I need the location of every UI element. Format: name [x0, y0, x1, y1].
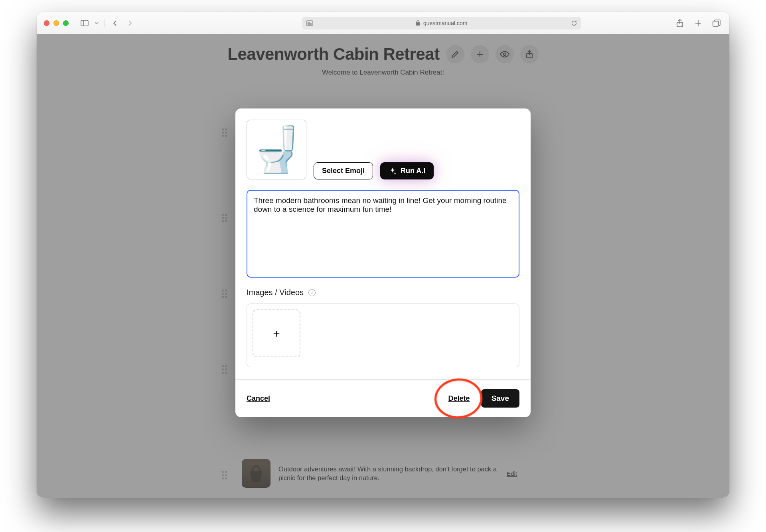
info-icon[interactable]: i: [308, 289, 316, 296]
reload-icon[interactable]: [571, 20, 577, 26]
lock-icon: [416, 20, 420, 26]
sparkle-icon: [389, 167, 397, 175]
plus-icon: ＋: [271, 326, 282, 341]
tabs-overview-icon[interactable]: [711, 18, 722, 28]
sidebar-toggle-icon[interactable]: [79, 18, 90, 28]
svg-rect-9: [713, 21, 719, 26]
safari-window: guestmanual.com Leavenworth Cabin Retrea…: [37, 12, 729, 498]
new-tab-icon[interactable]: [693, 18, 704, 28]
edit-item-modal: 🚽 Select Emoji Run A.I Images / Videos i…: [235, 108, 531, 417]
svg-rect-0: [81, 20, 88, 26]
delete-button[interactable]: Delete: [448, 394, 470, 403]
url-host: guestmanual.com: [423, 20, 468, 26]
run-ai-label: Run A.I: [401, 167, 425, 175]
media-dropzone: ＋: [247, 303, 519, 367]
back-button[interactable]: [110, 18, 121, 28]
modal-footer: Cancel Delete Save: [235, 379, 531, 417]
traffic-lights: [44, 20, 69, 26]
add-media-button[interactable]: ＋: [253, 309, 300, 357]
window-minimize[interactable]: [53, 20, 59, 26]
cancel-button[interactable]: Cancel: [247, 394, 270, 403]
reader-icon: [306, 20, 313, 26]
media-section-label: Images / Videos: [247, 288, 304, 297]
emoji-preview: 🚽: [247, 120, 306, 179]
window-close[interactable]: [44, 20, 49, 26]
window-zoom[interactable]: [63, 20, 69, 26]
share-icon[interactable]: [674, 18, 685, 28]
page-body: Leavenworth Cabin Retreat Welcome to Lea…: [37, 34, 729, 498]
address-bar[interactable]: guestmanual.com: [302, 17, 581, 30]
description-textarea[interactable]: [247, 190, 519, 278]
chevron-down-icon[interactable]: [93, 18, 100, 28]
save-button[interactable]: Save: [481, 389, 519, 408]
select-emoji-button[interactable]: Select Emoji: [314, 162, 373, 179]
forward-button[interactable]: [124, 18, 135, 28]
safari-toolbar: guestmanual.com: [37, 12, 729, 34]
run-ai-button[interactable]: Run A.I: [380, 162, 434, 179]
